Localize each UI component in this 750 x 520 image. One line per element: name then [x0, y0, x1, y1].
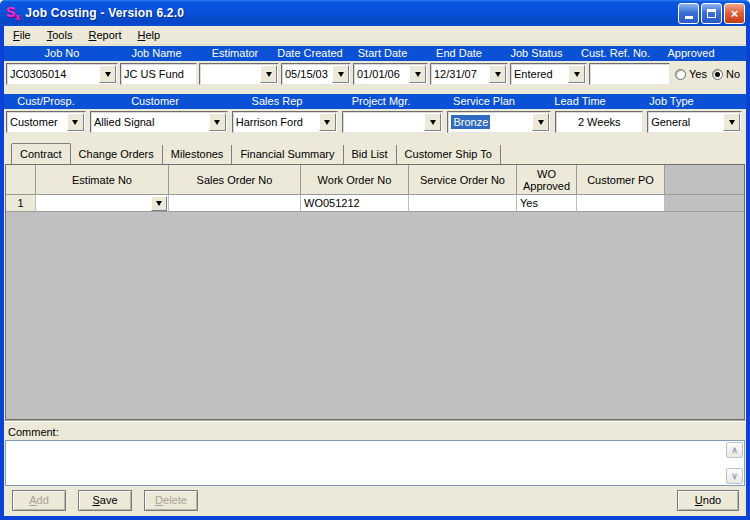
job-no-value: JC0305014 [10, 68, 99, 80]
end-date-combobox[interactable]: 12/31/07 [430, 63, 508, 85]
app-logo-icon: Sx [6, 4, 20, 22]
close-icon: × [731, 7, 739, 20]
contract-grid: Estimate No Sales Order No Work Order No… [5, 164, 745, 420]
estimator-combobox[interactable] [199, 63, 279, 85]
grid-row-1: 1 WO051212 Yes [6, 195, 744, 212]
project-mgr-header: Project Mgr. [330, 94, 432, 109]
cust-ref-no-header: Cust. Ref. No. [575, 46, 656, 61]
comment-textarea[interactable]: ∧ ∨ [5, 440, 745, 486]
customer-po-header: Customer PO [577, 165, 665, 195]
dropdown-arrow-icon[interactable] [99, 65, 116, 83]
job-no-header: Job No [6, 46, 118, 61]
save-button[interactable]: Save [78, 490, 132, 511]
form-header-band-2: Cust/Prosp. Customer Sales Rep Project M… [4, 94, 746, 109]
menu-tools[interactable]: Tools [39, 27, 81, 43]
customer-combobox[interactable]: Allied Signal [90, 111, 228, 133]
date-created-header: Date Created [275, 46, 345, 61]
maximize-button[interactable] [701, 3, 722, 24]
delete-button[interactable]: Delete [144, 490, 198, 511]
dropdown-arrow-icon[interactable] [260, 65, 277, 83]
lead-time-header: Lead Time [536, 94, 624, 109]
sales-order-no-cell[interactable] [169, 195, 301, 212]
wo-approved-cell[interactable]: Yes [517, 195, 577, 212]
close-button[interactable]: × [724, 3, 745, 24]
menu-file[interactable]: File [5, 27, 39, 43]
tab-milestones[interactable]: Milestones [163, 145, 233, 164]
form-row-1: JC0305014 JC US Fund 05/15/03 01/01/06 1… [4, 61, 746, 87]
menu-report[interactable]: Report [80, 27, 129, 43]
estimate-no-combobox[interactable] [37, 196, 167, 211]
tab-bid-list[interactable]: Bid List [344, 145, 397, 164]
tab-change-orders[interactable]: Change Orders [71, 145, 163, 164]
add-button[interactable]: Add [12, 490, 66, 511]
project-mgr-combobox[interactable] [342, 111, 444, 133]
job-status-header: Job Status [498, 46, 575, 61]
dropdown-arrow-icon[interactable] [209, 113, 226, 131]
sales-rep-combobox[interactable]: Harrison Ford [232, 111, 338, 133]
job-name-field[interactable]: JC US Fund [120, 63, 197, 85]
dropdown-arrow-icon[interactable] [151, 196, 167, 211]
start-date-combobox[interactable]: 01/01/06 [353, 63, 428, 85]
cust-prosp-header: Cust/Prosp. [6, 94, 86, 109]
tab-financial-summary[interactable]: Financial Summary [232, 145, 343, 164]
tab-contract[interactable]: Contract [11, 143, 71, 164]
customer-po-cell[interactable] [577, 195, 665, 212]
customer-header: Customer [86, 94, 224, 109]
approved-no-label: No [726, 68, 740, 80]
maximize-icon [707, 9, 716, 18]
app-window: Sx Job Costing - Version 6.2.0 × File To… [0, 0, 750, 520]
approved-yes-radio[interactable] [675, 69, 686, 80]
title-bar: Sx Job Costing - Version 6.2.0 × [0, 0, 750, 26]
date-created-combobox[interactable]: 05/15/03 [281, 63, 351, 85]
job-no-combobox[interactable]: JC0305014 [6, 63, 118, 85]
approved-header: Approved [656, 46, 726, 61]
dropdown-arrow-icon[interactable] [489, 65, 506, 83]
grid-header-row: Estimate No Sales Order No Work Order No… [6, 165, 744, 195]
estimator-header: Estimator [195, 46, 275, 61]
menu-help[interactable]: Help [129, 27, 168, 43]
approved-yes-label: Yes [689, 68, 707, 80]
service-order-no-header: Service Order No [409, 165, 517, 195]
grid-header-filler [665, 165, 744, 195]
cust-ref-no-field[interactable] [589, 63, 670, 85]
dropdown-arrow-icon[interactable] [332, 65, 349, 83]
job-name-header: Job Name [118, 46, 195, 61]
dropdown-arrow-icon[interactable] [424, 113, 441, 131]
scroll-up-icon[interactable]: ∧ [726, 442, 743, 458]
work-order-no-header: Work Order No [301, 165, 409, 195]
approved-radio-group: Yes No [672, 63, 742, 85]
approved-no-radio[interactable] [712, 69, 723, 80]
dropdown-arrow-icon[interactable] [532, 113, 549, 131]
dropdown-arrow-icon[interactable] [67, 113, 84, 131]
job-type-header: Job Type [624, 94, 719, 109]
dropdown-arrow-icon[interactable] [409, 65, 426, 83]
sales-order-no-header: Sales Order No [169, 165, 301, 195]
comment-scrollbar: ∧ ∨ [726, 442, 743, 484]
scroll-down-icon[interactable]: ∨ [726, 468, 743, 484]
dropdown-arrow-icon[interactable] [319, 113, 336, 131]
undo-button[interactable]: Undo [677, 490, 739, 511]
lead-time-field[interactable]: 2 Weeks [555, 111, 643, 133]
tab-customer-ship-to[interactable]: Customer Ship To [397, 145, 501, 164]
start-date-header: Start Date [345, 46, 420, 61]
service-plan-selected-text: Bronze [451, 115, 490, 129]
row-number-cell: 1 [6, 195, 36, 212]
service-order-no-cell[interactable] [409, 195, 517, 212]
form-header-band-1: Job No Job Name Estimator Date Created S… [4, 46, 746, 61]
job-status-combobox[interactable]: Entered [510, 63, 587, 85]
service-plan-combobox[interactable]: Bronze [447, 111, 551, 133]
comment-label: Comment: [8, 426, 59, 438]
wo-approved-header: WO Approved [517, 165, 577, 195]
service-plan-header: Service Plan [432, 94, 536, 109]
dropdown-arrow-icon[interactable] [723, 113, 740, 131]
tab-bar: Contract Change Orders Milestones Financ… [4, 135, 746, 164]
work-order-no-cell[interactable]: WO051212 [301, 195, 409, 212]
minimize-button[interactable] [678, 3, 699, 24]
job-type-combobox[interactable]: General [647, 111, 742, 133]
sales-rep-header: Sales Rep [224, 94, 330, 109]
estimate-no-cell [36, 195, 169, 212]
dropdown-arrow-icon[interactable] [568, 65, 585, 83]
cust-prosp-combobox[interactable]: Customer [6, 111, 86, 133]
estimate-no-header: Estimate No [36, 165, 169, 195]
button-bar: Add Save Delete Undo [4, 486, 746, 516]
